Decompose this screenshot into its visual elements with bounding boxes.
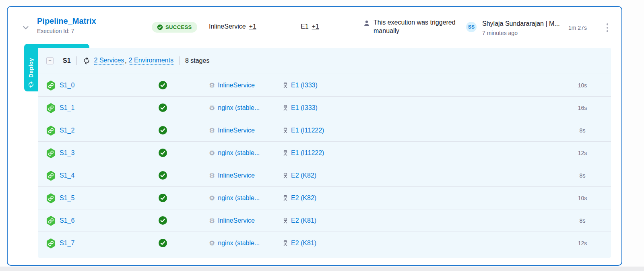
environment-icon bbox=[282, 195, 289, 201]
environment-icon bbox=[282, 127, 289, 134]
stage-duration: 10s bbox=[568, 187, 597, 209]
service-link[interactable]: InlineService bbox=[218, 82, 255, 89]
deploy-stage-hexagon-icon bbox=[46, 171, 56, 181]
gear-icon: ⚙ bbox=[209, 240, 215, 247]
service-summary-label: InlineService bbox=[209, 23, 246, 30]
status-label: SUCCESS bbox=[165, 24, 192, 30]
execution-id-label: Execution Id: 7 bbox=[37, 28, 96, 34]
stage-duration: 16s bbox=[568, 97, 597, 119]
environment-link[interactable]: E1 (I333) bbox=[291, 104, 318, 112]
stage-duration: 12s bbox=[568, 142, 597, 164]
execution-card: Pipeline_Matrix Execution Id: 7 SUCCESS … bbox=[7, 6, 622, 266]
services-more-link[interactable]: +1 bbox=[249, 23, 256, 30]
environment-link[interactable]: E2 (K81) bbox=[291, 240, 316, 247]
success-check-icon bbox=[159, 216, 167, 225]
stage-row[interactable]: S1_5 ⚙ nginx (stable... E2 (K82) bbox=[38, 187, 611, 209]
gear-icon: ⚙ bbox=[209, 150, 215, 157]
collapse-icon[interactable]: − bbox=[46, 57, 54, 64]
stage-name-link[interactable]: S1_4 bbox=[60, 172, 74, 179]
gear-icon: ⚙ bbox=[209, 82, 215, 89]
stage-row[interactable]: S1_7 ⚙ nginx (stable... E2 (K81) bbox=[38, 232, 611, 254]
avatar[interactable]: SS bbox=[466, 22, 477, 32]
deploy-stage-hexagon-icon bbox=[46, 193, 56, 203]
environment-link[interactable]: E2 (K82) bbox=[291, 172, 316, 179]
environment-link[interactable]: E1 (I11222) bbox=[291, 149, 324, 157]
divider bbox=[179, 56, 180, 65]
stage-name-link[interactable]: S1_3 bbox=[60, 149, 74, 157]
success-check-icon bbox=[159, 81, 167, 89]
environment-icon bbox=[282, 240, 289, 246]
gear-icon: ⚙ bbox=[209, 127, 215, 134]
gear-icon: ⚙ bbox=[209, 217, 215, 224]
stage-tab-column: Deploy bbox=[24, 44, 37, 91]
pipeline-name-link[interactable]: Pipeline_Matrix bbox=[37, 17, 96, 26]
stage-rows: S1_0 ⚙ InlineService E1 (I333) bbox=[38, 74, 611, 254]
time-ago: 7 minutes ago bbox=[482, 30, 560, 36]
page: Pipeline_Matrix Execution Id: 7 SUCCESS … bbox=[0, 0, 644, 271]
environment-link[interactable]: E2 (K82) bbox=[291, 194, 316, 202]
environment-summary-label: E1 bbox=[301, 23, 309, 30]
stage-row[interactable]: S1_4 ⚙ InlineService E2 (K82) bbox=[38, 164, 611, 187]
success-check-icon bbox=[159, 194, 167, 202]
service-link[interactable]: InlineService bbox=[218, 217, 255, 224]
deploy-stage-hexagon-icon bbox=[46, 148, 56, 158]
status-check-icon bbox=[157, 24, 163, 30]
stage-name-link[interactable]: S1_7 bbox=[60, 240, 74, 247]
title-block: Pipeline_Matrix Execution Id: 7 bbox=[37, 17, 96, 34]
service-link[interactable]: nginx (stable... bbox=[218, 240, 260, 247]
stage-duration: 10s bbox=[568, 74, 597, 97]
deploy-stage-hexagon-icon bbox=[46, 126, 56, 136]
service-link[interactable]: InlineService bbox=[218, 127, 255, 134]
success-check-icon bbox=[159, 103, 167, 112]
comma: , bbox=[125, 57, 126, 64]
stage-row[interactable]: S1_0 ⚙ InlineService E1 (I333) bbox=[38, 74, 611, 97]
environments-link[interactable]: 2 Environments bbox=[129, 57, 173, 65]
divider bbox=[76, 56, 77, 65]
gear-icon: ⚙ bbox=[209, 105, 215, 112]
stage-name-link[interactable]: S1_6 bbox=[60, 217, 74, 224]
service-link[interactable]: InlineService bbox=[218, 172, 255, 179]
services-link[interactable]: 2 Services bbox=[94, 57, 124, 65]
stage-name-link[interactable]: S1_2 bbox=[60, 127, 74, 134]
chevron-down-icon[interactable] bbox=[22, 24, 30, 32]
service-link[interactable]: nginx (stable... bbox=[218, 194, 260, 202]
stage-duration: 8s bbox=[568, 119, 597, 142]
total-duration: 1m 27s bbox=[568, 25, 587, 31]
stage-name-link[interactable]: S1_5 bbox=[60, 194, 74, 202]
success-check-icon bbox=[159, 149, 167, 157]
success-check-icon bbox=[159, 171, 167, 180]
stage-row[interactable]: S1_2 ⚙ InlineService E1 (I11222) bbox=[38, 119, 611, 142]
services-summary: InlineService +1 bbox=[209, 23, 256, 30]
deploy-stage-hexagon-icon bbox=[46, 238, 56, 248]
gear-icon: ⚙ bbox=[209, 172, 215, 179]
status-badge: SUCCESS bbox=[152, 22, 197, 33]
environments-more-link[interactable]: +1 bbox=[312, 23, 319, 30]
kebab-menu-icon[interactable] bbox=[603, 21, 612, 34]
environment-icon bbox=[282, 82, 289, 89]
stage-name-link[interactable]: S1_1 bbox=[60, 104, 74, 112]
stage-duration: 8s bbox=[568, 209, 597, 232]
stages-count: 8 stages bbox=[185, 57, 209, 64]
environments-summary: E1 +1 bbox=[301, 23, 319, 30]
environment-link[interactable]: E1 (I11222) bbox=[291, 127, 324, 134]
stage-row[interactable]: S1_3 ⚙ nginx (stable... E1 (I1122 bbox=[38, 142, 611, 164]
stage-row[interactable]: S1_1 ⚙ nginx (stable... E1 (I333) bbox=[38, 97, 611, 119]
stage-tab-label: Deploy bbox=[28, 49, 34, 78]
stage-duration: 12s bbox=[568, 232, 597, 254]
environment-link[interactable]: E2 (K81) bbox=[291, 217, 316, 224]
person-icon bbox=[363, 20, 370, 27]
stage-duration: 8s bbox=[568, 164, 597, 187]
page-background-strip bbox=[0, 267, 644, 271]
user-name: Shylaja Sundararajan | M... bbox=[482, 20, 560, 27]
matrix-panel-header: − S1 2 Services , 2 Environments 8 stage… bbox=[38, 48, 611, 74]
looping-strategy-icon bbox=[27, 81, 35, 88]
service-link[interactable]: nginx (stable... bbox=[218, 104, 260, 112]
stage-row[interactable]: S1_6 ⚙ InlineService E2 (K81) bbox=[38, 209, 611, 232]
service-link[interactable]: nginx (stable... bbox=[218, 149, 260, 157]
stage-name-link[interactable]: S1_0 bbox=[60, 82, 74, 89]
matrix-panel: − S1 2 Services , 2 Environments 8 stage… bbox=[38, 48, 611, 258]
trigger-text: This execution was triggered manually bbox=[374, 18, 468, 35]
deploy-stage-hexagon-icon bbox=[46, 216, 56, 226]
environment-link[interactable]: E1 (I333) bbox=[291, 82, 318, 89]
environment-icon bbox=[282, 150, 289, 156]
